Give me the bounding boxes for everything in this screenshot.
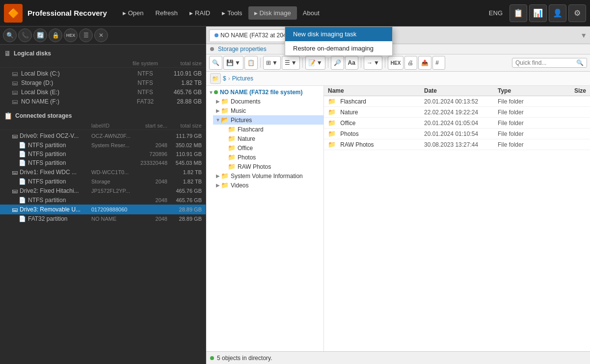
tree-videos[interactable]: ▶ 📁 Videos — [213, 181, 323, 190]
drive2-part0[interactable]: 📄 NTFS partition 2048 465.76 GB — [0, 196, 206, 205]
rt-list-btn[interactable]: ☰ ▼ — [282, 56, 300, 70]
drive0-part0-name: NTFS partition — [28, 142, 66, 149]
drive0-part2[interactable]: 📄 NTFS partition 233320448 545.03 MB — [0, 158, 206, 167]
breadcrumb-pictures[interactable]: Pictures — [232, 75, 253, 82]
disk-f[interactable]: 🖴 NO NAME (F:) FAT32 28.88 GB — [0, 97, 206, 106]
rt-copy-btn[interactable]: 📋 — [244, 56, 258, 70]
quick-find-input[interactable] — [515, 59, 574, 66]
disk-d-icon: 🖴 — [12, 79, 18, 86]
rt-grid-btn[interactable]: ⊞ ▼ — [263, 56, 281, 70]
rt-hash-btn[interactable]: # — [432, 56, 445, 70]
drive2-row[interactable]: 🖴 Drive2: Fixed Hitachi... JP1572FL2YP..… — [0, 186, 206, 196]
lock-btn[interactable]: 🔒 — [49, 28, 62, 42]
tab-overflow-btn[interactable]: ▼ — [580, 31, 587, 39]
drive3-part0[interactable]: 📄 FAT32 partition NO NAME 2048 28.89 GB — [0, 214, 206, 223]
drive0-part1-start: 720896 — [135, 151, 167, 157]
menu-raid[interactable]: ▶ RAID — [184, 6, 216, 20]
drive3-icon: 🖴 — [12, 206, 18, 213]
disk-f-icon: 🖴 — [12, 98, 18, 105]
drive0-part0[interactable]: 📄 NTFS partition System Reser... 2048 35… — [0, 141, 206, 150]
refresh-btn[interactable]: 🔄 — [33, 28, 47, 42]
tree-sysvolinfo[interactable]: ▶ 📁 System Volume Information — [213, 171, 323, 181]
photos-folder-icon: 📁 — [228, 154, 236, 161]
file-flashcard-name: Flashcard — [340, 98, 366, 105]
rt-detail-btn[interactable]: 📝 ▼ — [305, 56, 325, 70]
breadcrumb-dollar[interactable]: $ — [223, 75, 226, 82]
tree-flashcard[interactable]: 📁 Flashcard — [220, 125, 323, 134]
rt-arrow-btn[interactable]: → ▼ — [364, 56, 382, 70]
rt-hex-btn[interactable]: HEX — [388, 56, 404, 70]
drive3-row[interactable]: 🖴 Drive3: Removable U... 017209888060 28… — [0, 205, 206, 214]
drive0-part0-size: 350.02 MB — [167, 142, 202, 148]
list-btn[interactable]: ☰ — [79, 28, 93, 42]
music-folder-icon: 📁 — [221, 107, 229, 114]
rt-sep2 — [302, 58, 303, 68]
restore-imaging[interactable]: Restore on-demand imaging — [285, 41, 392, 55]
photos-file-icon: 📁 — [328, 130, 336, 137]
office-file-icon: 📁 — [328, 119, 336, 127]
app-logo: 🔶 — [4, 4, 23, 23]
menu-tools[interactable]: ▶ Tools — [216, 6, 248, 20]
root-expand[interactable]: ▼ — [208, 90, 214, 95]
close-btn[interactable]: ✕ — [94, 28, 108, 42]
user-icon-btn[interactable]: 👤 — [549, 4, 566, 22]
disk-e[interactable]: 🖴 Local Disk (E:) NTFS 465.76 GB — [0, 87, 206, 97]
tree-root[interactable]: ▼ NO NAME (FAT32 file system) — [206, 88, 323, 97]
new-imaging-task[interactable]: New disk imaging task — [285, 27, 392, 41]
drive0-row[interactable]: 🖴 Drive0: Fixed OCZ-V... OCZ-AWNZ0F... 1… — [0, 131, 206, 141]
clipboard-icon-btn[interactable]: 📋 — [510, 4, 527, 22]
menu-disk-image[interactable]: ▶ Disk image — [248, 6, 297, 20]
flashcard-folder-icon: 📁 — [228, 126, 236, 133]
file-raw-photos-date: 30.08.2023 13:27:44 — [424, 141, 498, 148]
language-badge[interactable]: ENG — [484, 7, 508, 19]
rt-filter-btn[interactable]: 🔎 — [331, 56, 344, 70]
nature-folder-icon: 📁 — [228, 135, 236, 142]
rt-text-btn[interactable]: Aa — [345, 56, 358, 70]
file-nature[interactable]: 📁 Nature 22.02.2024 19:22:24 File folder — [324, 107, 590, 118]
music-expand[interactable]: ▶ — [215, 108, 221, 113]
menu-open[interactable]: ▶ Open — [117, 6, 150, 20]
tree-documents[interactable]: ▶ 📁 Documents — [213, 97, 323, 106]
sysvolinfo-expand[interactable]: ▶ — [215, 173, 221, 179]
tree-photos[interactable]: 📁 Photos — [220, 153, 323, 162]
logical-disks-header: 🖥 Logical disks — [0, 48, 206, 59]
rt-save-btn[interactable]: 💾 ▼ — [223, 56, 243, 70]
hex-btn[interactable]: HEX — [64, 28, 78, 42]
menu-refresh[interactable]: Refresh — [150, 6, 184, 20]
file-nature-name: Nature — [340, 109, 358, 116]
file-pane: ▼ NO NAME (FAT32 file system) ▶ 📁 Docume… — [206, 86, 590, 351]
rt-export-btn[interactable]: 📤 — [418, 56, 431, 70]
videos-expand[interactable]: ▶ — [215, 182, 221, 188]
drive1-part0[interactable]: 📄 NTFS partition Storage 2048 1.82 TB — [0, 177, 206, 186]
search-btn[interactable]: 🔍 — [3, 28, 17, 42]
docs-expand[interactable]: ▶ — [215, 99, 221, 104]
drive1-row[interactable]: 🖴 Drive1: Fixed WDC ... WD-WCC1T0... 1.8… — [0, 167, 206, 177]
file-office[interactable]: 📁 Office 20.01.2024 01:05:04 File folder — [324, 118, 590, 129]
storage-props-bar: Storage properties — [206, 44, 590, 54]
rt-search-btn[interactable]: 🔍 — [209, 56, 222, 70]
storage-props-label[interactable]: Storage properties — [218, 46, 267, 52]
tree-pictures[interactable]: ▼ 📂 Pictures — [213, 115, 323, 125]
settings-icon-btn[interactable]: ⚙ — [568, 4, 586, 22]
disk-d[interactable]: 🖴 Storage (D:) NTFS 1.82 TB — [0, 78, 206, 87]
file-photos[interactable]: 📁 Photos 20.01.2024 01:10:54 File folder — [324, 129, 590, 139]
file-raw-photos[interactable]: 📁 RAW Photos 30.08.2023 13:27:44 File fo… — [324, 139, 590, 150]
file-flashcard[interactable]: 📁 Flashcard 20.01.2024 00:13:52 File fol… — [324, 96, 590, 107]
tree-nature[interactable]: 📁 Nature — [220, 134, 323, 143]
tree-office[interactable]: 📁 Office — [220, 143, 323, 153]
drive0-part2-name: NTFS partition — [28, 159, 66, 166]
disk-c[interactable]: 🖴 Local Disk (C:) NTFS 110.91 GB — [0, 69, 206, 78]
file-flashcard-date: 20.01.2024 00:13:52 — [424, 98, 498, 105]
tree-pictures-label: Pictures — [231, 117, 252, 124]
menu-about[interactable]: About — [297, 6, 325, 20]
drive0-part1[interactable]: 📄 NTFS partition 720896 110.91 GB — [0, 150, 206, 158]
pictures-expand[interactable]: ▼ — [215, 117, 221, 123]
rt-sep4 — [361, 58, 361, 68]
breadcrumb-folder-icon[interactable]: 📁 — [210, 73, 221, 84]
phone-btn[interactable]: 📞 — [18, 28, 32, 42]
rt-print-btn[interactable]: 🖨 — [404, 56, 417, 70]
tree-music[interactable]: ▶ 📁 Music — [213, 106, 323, 115]
chart-icon-btn[interactable]: 📊 — [529, 4, 547, 22]
disk-e-name: Local Disk (E:) — [21, 89, 128, 96]
tree-raw-photos[interactable]: 📁 RAW Photos — [220, 162, 323, 171]
